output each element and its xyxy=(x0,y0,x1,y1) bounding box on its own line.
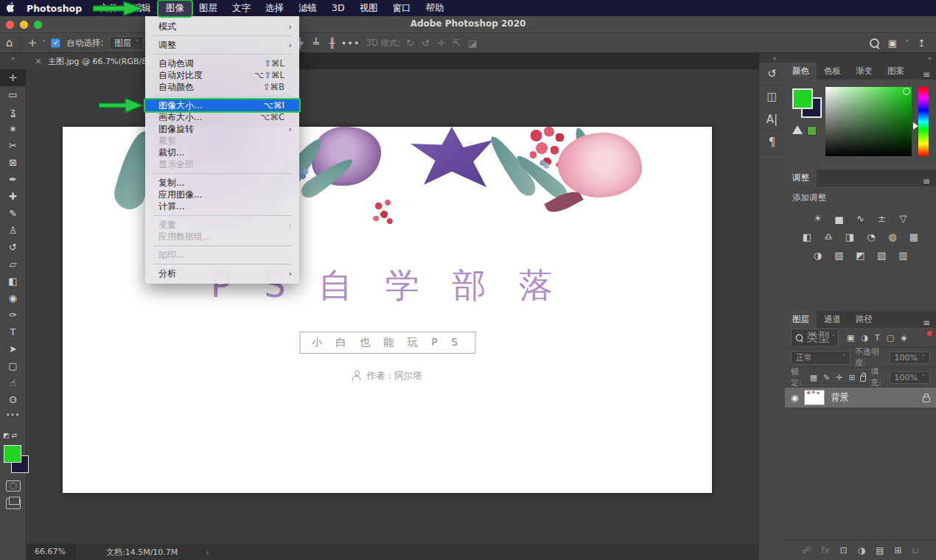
color-balance-icon[interactable]: ♎ xyxy=(821,230,836,243)
lock-paint-icon[interactable]: ✎ xyxy=(823,373,830,382)
document-tab[interactable]: × 主图.jpg @ 66.7%(RGB/8) xyxy=(26,53,159,69)
filter-shape-icon[interactable]: ▢ xyxy=(887,333,894,343)
healing-brush-tool[interactable]: ✚ xyxy=(0,188,26,205)
clone-stamp-tool[interactable]: ♙ xyxy=(0,222,26,239)
default-colors-icon[interactable]: ◩ xyxy=(3,432,10,442)
lasso-tool[interactable]: ʓ xyxy=(0,103,26,120)
3d-slide-icon[interactable]: ⇱ xyxy=(453,38,461,49)
eyedropper-tool[interactable]: ✒ xyxy=(0,171,26,188)
menu-select[interactable]: 选择 xyxy=(258,1,291,16)
more-options-icon[interactable]: ••• xyxy=(341,38,360,49)
menu-type[interactable]: 文字 xyxy=(225,1,258,16)
history-brush-tool[interactable]: ↺ xyxy=(0,239,26,256)
home-icon[interactable]: ⌂ xyxy=(6,36,13,49)
edit-toolbar-icon[interactable]: ••• xyxy=(0,411,26,419)
menu-item-apply-image[interactable]: 应用图像... xyxy=(145,189,299,200)
posterize-icon[interactable]: ▨ xyxy=(832,248,847,262)
type-tool[interactable]: T xyxy=(0,323,26,340)
filter-smart-icon[interactable]: ◈ xyxy=(901,333,907,343)
quick-mask-button[interactable] xyxy=(6,480,21,491)
menu-item-crop[interactable]: 裁剪 xyxy=(145,135,299,147)
layer-style-icon[interactable]: fx xyxy=(821,545,829,556)
menu-item-calculations[interactable]: 计算... xyxy=(145,200,299,212)
blend-mode-dropdown[interactable]: 正常 ˅ xyxy=(791,351,851,365)
menu-item-canvas-size[interactable]: 画布大小... ⌥⌘C xyxy=(145,111,299,123)
saturation-brightness-field[interactable] xyxy=(825,87,912,156)
path-select-tool[interactable]: ➤ xyxy=(0,340,26,357)
collapse-panels-icon[interactable]: « xyxy=(772,55,777,62)
lock-all-icon[interactable] xyxy=(860,376,866,382)
channel-mixer-icon[interactable]: ◍ xyxy=(885,230,900,243)
pen-tool[interactable]: ✑ xyxy=(0,307,26,323)
menu-item-auto-contrast[interactable]: 自动对比度 ⌥⇧⌘L xyxy=(145,69,299,81)
opacity-dropdown[interactable]: 100% ˅ xyxy=(890,351,930,364)
filter-type-icon[interactable]: T xyxy=(875,333,880,343)
menu-item-duplicate[interactable]: 复制... xyxy=(145,177,299,189)
menu-item-trap[interactable]: 陷印... xyxy=(145,249,299,261)
menu-item-trim[interactable]: 裁切... xyxy=(145,147,299,158)
hue-saturation-icon[interactable]: ◧ xyxy=(800,230,814,243)
align-bottom-icon[interactable]: ╧ xyxy=(313,38,319,49)
crop-tool[interactable]: ✂ xyxy=(0,137,26,154)
menu-item-variables[interactable]: 变量 › xyxy=(145,219,299,231)
search-icon[interactable] xyxy=(870,38,879,48)
tab-patterns[interactable]: 图案 xyxy=(880,63,912,80)
gradient-tool[interactable]: ◧ xyxy=(0,273,26,290)
workspace-icon[interactable]: ▣ xyxy=(888,38,897,49)
move-tool[interactable]: ✛ xyxy=(0,69,26,86)
canvas-area[interactable]: P S 自 学 部 落 小 白 也 能 玩 P S 作者：阿尔塔 xyxy=(26,69,759,544)
tab-layers[interactable]: 图层 xyxy=(785,311,817,328)
move-tool-icon[interactable]: ✛ xyxy=(29,38,37,49)
panel-menu-icon[interactable]: ≡ xyxy=(917,69,936,80)
workspace-caret-icon[interactable]: ˅ xyxy=(906,40,909,46)
foreground-color-swatch[interactable] xyxy=(792,88,813,109)
brightness-contrast-icon[interactable]: ☀ xyxy=(811,211,825,225)
auto-select-checkbox[interactable]: ✓ xyxy=(51,38,60,48)
menu-item-auto-tone[interactable]: 自动色调 ⇧⌘L xyxy=(145,57,299,69)
foreground-color-swatch[interactable] xyxy=(4,445,21,463)
photo-filter-icon[interactable]: ◔ xyxy=(864,230,879,243)
tool-preset-caret-icon[interactable]: ˅ xyxy=(42,40,45,46)
marquee-tool[interactable]: ▭ xyxy=(0,86,26,103)
link-layers-icon[interactable]: ☍ xyxy=(802,545,811,556)
tab-channels[interactable]: 通道 xyxy=(817,311,848,328)
swap-colors-icon[interactable]: ◩ ⇄ xyxy=(3,432,22,442)
menu-item-analysis[interactable]: 分析 › xyxy=(145,267,299,279)
auto-select-dropdown[interactable]: 图层 ˅ xyxy=(109,36,144,50)
filter-toggle-light[interactable] xyxy=(926,330,933,337)
eraser-tool[interactable]: ▱ xyxy=(0,256,26,273)
3d-camera-icon[interactable]: ◪ xyxy=(468,38,477,49)
brush-tool[interactable]: ✎ xyxy=(0,205,26,222)
gamut-warning-icon[interactable] xyxy=(792,125,803,134)
menu-window[interactable]: 窗口 xyxy=(385,1,419,16)
menu-item-image-size[interactable]: 图像大小... ⌥⌘I xyxy=(145,99,299,111)
layer-thumbnail[interactable] xyxy=(804,390,825,405)
history-panel-icon[interactable]: ↺ xyxy=(759,63,785,85)
levels-icon[interactable]: ▅ xyxy=(832,211,847,225)
menu-item-image-rotation[interactable]: 图像旋转 › xyxy=(145,123,299,135)
fill-dropdown[interactable]: 100% ˅ xyxy=(890,371,930,384)
menu-item-auto-color[interactable]: 自动颜色 ⇧⌘B xyxy=(145,81,299,93)
apple-logo-icon[interactable] xyxy=(0,2,22,15)
3d-orbit-icon[interactable]: ↻ xyxy=(406,38,414,49)
magic-wand-tool[interactable]: ∗ xyxy=(0,120,26,137)
toolbar-collapse[interactable]: » xyxy=(0,53,26,69)
tab-paths[interactable]: 路径 xyxy=(848,311,880,328)
filter-adjustment-icon[interactable]: ◑ xyxy=(861,333,868,343)
3d-roll-icon[interactable]: ↺ xyxy=(422,38,430,49)
vibrance-icon[interactable]: ▽ xyxy=(896,211,911,225)
screen-mode-button[interactable] xyxy=(6,498,21,509)
menu-3d[interactable]: 3D xyxy=(324,1,352,16)
new-group-icon[interactable]: ▤ xyxy=(876,545,884,556)
app-name[interactable]: Photoshop xyxy=(27,3,82,14)
dodge-tool[interactable]: ◉ xyxy=(0,290,26,307)
lock-artboard-icon[interactable]: ⊞ xyxy=(849,373,856,382)
menu-help[interactable]: 帮助 xyxy=(419,1,452,16)
invert-icon[interactable]: ◑ xyxy=(811,248,825,262)
layer-mask-icon[interactable]: ⊡ xyxy=(840,545,848,556)
panel-menu-icon[interactable]: ≡ xyxy=(917,318,936,328)
tab-color[interactable]: 颜色 xyxy=(785,63,817,80)
hue-slider[interactable] xyxy=(918,87,929,156)
expand-panels-icon[interactable]: » xyxy=(927,55,932,62)
3d-pan-icon[interactable]: ✛ xyxy=(437,38,445,49)
